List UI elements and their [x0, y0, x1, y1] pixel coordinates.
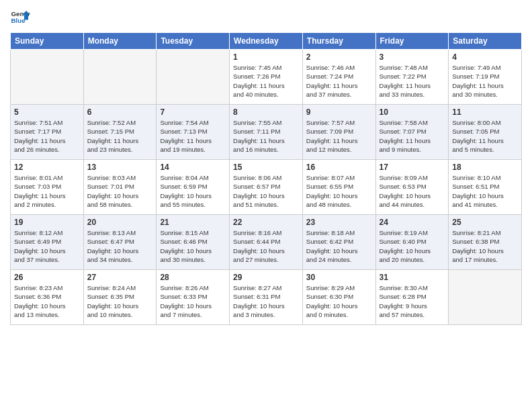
- day-number: 1: [233, 52, 299, 62]
- day-info: Sunrise: 8:21 AM Sunset: 6:38 PM Dayligh…: [452, 228, 518, 264]
- calendar-cell: 14Sunrise: 8:04 AM Sunset: 6:59 PM Dayli…: [157, 160, 230, 215]
- calendar-cell: 2Sunrise: 7:46 AM Sunset: 7:24 PM Daylig…: [302, 50, 375, 105]
- calendar-header-row: Sunday Monday Tuesday Wednesday Thursday…: [11, 33, 522, 50]
- day-number: 16: [306, 163, 372, 172]
- day-info: Sunrise: 8:09 AM Sunset: 6:53 PM Dayligh…: [380, 173, 445, 209]
- svg-text:Blue: Blue: [11, 17, 26, 24]
- calendar-cell: 30Sunrise: 8:29 AM Sunset: 6:30 PM Dayli…: [302, 270, 375, 325]
- day-number: 26: [14, 273, 80, 282]
- day-info: Sunrise: 8:26 AM Sunset: 6:33 PM Dayligh…: [160, 283, 226, 319]
- calendar-week-row: 19Sunrise: 8:12 AM Sunset: 6:49 PM Dayli…: [11, 215, 522, 270]
- calendar-cell: 22Sunrise: 8:16 AM Sunset: 6:44 PM Dayli…: [230, 215, 303, 270]
- day-number: 10: [380, 107, 445, 117]
- calendar-cell: 21Sunrise: 8:15 AM Sunset: 6:46 PM Dayli…: [157, 215, 230, 270]
- calendar-cell: 13Sunrise: 8:03 AM Sunset: 7:01 PM Dayli…: [83, 160, 157, 215]
- logo-icon: General Blue: [10, 7, 30, 27]
- calendar-cell: 4Sunrise: 7:49 AM Sunset: 7:19 PM Daylig…: [449, 50, 522, 105]
- day-number: 14: [160, 163, 226, 172]
- day-info: Sunrise: 8:16 AM Sunset: 6:44 PM Dayligh…: [233, 228, 299, 264]
- col-friday: Friday: [375, 33, 449, 50]
- day-number: 21: [160, 218, 226, 227]
- calendar-week-row: 12Sunrise: 8:01 AM Sunset: 7:03 PM Dayli…: [11, 160, 522, 215]
- day-info: Sunrise: 8:18 AM Sunset: 6:42 PM Dayligh…: [306, 228, 372, 264]
- day-number: 18: [452, 163, 518, 172]
- day-info: Sunrise: 8:10 AM Sunset: 6:51 PM Dayligh…: [452, 173, 518, 209]
- day-info: Sunrise: 7:51 AM Sunset: 7:17 PM Dayligh…: [14, 118, 80, 154]
- day-number: 22: [233, 218, 299, 227]
- day-info: Sunrise: 8:04 AM Sunset: 6:59 PM Dayligh…: [160, 173, 226, 209]
- day-number: 7: [160, 107, 226, 117]
- calendar-cell: 28Sunrise: 8:26 AM Sunset: 6:33 PM Dayli…: [157, 270, 230, 325]
- day-info: Sunrise: 8:06 AM Sunset: 6:57 PM Dayligh…: [233, 173, 299, 209]
- day-number: 11: [452, 107, 518, 117]
- day-number: 29: [233, 273, 299, 282]
- day-number: 20: [87, 218, 153, 227]
- calendar-cell: 25Sunrise: 8:21 AM Sunset: 6:38 PM Dayli…: [449, 215, 522, 270]
- col-saturday: Saturday: [449, 33, 522, 50]
- day-number: 13: [87, 163, 153, 172]
- calendar-week-row: 1Sunrise: 7:45 AM Sunset: 7:26 PM Daylig…: [11, 50, 522, 105]
- calendar-cell: [83, 50, 157, 105]
- calendar-week-row: 26Sunrise: 8:23 AM Sunset: 6:36 PM Dayli…: [11, 270, 522, 325]
- day-info: Sunrise: 8:01 AM Sunset: 7:03 PM Dayligh…: [14, 173, 80, 209]
- day-info: Sunrise: 7:54 AM Sunset: 7:13 PM Dayligh…: [160, 118, 226, 154]
- day-number: 24: [380, 218, 445, 227]
- day-info: Sunrise: 8:30 AM Sunset: 6:28 PM Dayligh…: [380, 283, 445, 319]
- day-number: 23: [306, 218, 372, 227]
- day-number: 19: [14, 218, 80, 227]
- col-sunday: Sunday: [11, 33, 84, 50]
- calendar-cell: 9Sunrise: 7:57 AM Sunset: 7:09 PM Daylig…: [302, 105, 375, 160]
- calendar-cell: 12Sunrise: 8:01 AM Sunset: 7:03 PM Dayli…: [11, 160, 84, 215]
- calendar-cell: 10Sunrise: 7:58 AM Sunset: 7:07 PM Dayli…: [375, 105, 449, 160]
- calendar-cell: 1Sunrise: 7:45 AM Sunset: 7:26 PM Daylig…: [230, 50, 303, 105]
- day-info: Sunrise: 7:55 AM Sunset: 7:11 PM Dayligh…: [233, 118, 299, 154]
- logo: General Blue: [10, 7, 30, 27]
- calendar-cell: 20Sunrise: 8:13 AM Sunset: 6:47 PM Dayli…: [83, 215, 157, 270]
- calendar-cell: 3Sunrise: 7:48 AM Sunset: 7:22 PM Daylig…: [375, 50, 449, 105]
- calendar-week-row: 5Sunrise: 7:51 AM Sunset: 7:17 PM Daylig…: [11, 105, 522, 160]
- calendar-cell: 16Sunrise: 8:07 AM Sunset: 6:55 PM Dayli…: [302, 160, 375, 215]
- day-number: 27: [87, 273, 153, 282]
- day-info: Sunrise: 8:00 AM Sunset: 7:05 PM Dayligh…: [452, 118, 518, 154]
- calendar-cell: [11, 50, 84, 105]
- day-info: Sunrise: 7:45 AM Sunset: 7:26 PM Dayligh…: [233, 63, 299, 99]
- day-info: Sunrise: 7:57 AM Sunset: 7:09 PM Dayligh…: [306, 118, 372, 154]
- col-thursday: Thursday: [302, 33, 375, 50]
- day-info: Sunrise: 8:07 AM Sunset: 6:55 PM Dayligh…: [306, 173, 372, 209]
- col-wednesday: Wednesday: [230, 33, 303, 50]
- calendar-cell: 7Sunrise: 7:54 AM Sunset: 7:13 PM Daylig…: [157, 105, 230, 160]
- day-info: Sunrise: 8:27 AM Sunset: 6:31 PM Dayligh…: [233, 283, 299, 319]
- calendar-cell: 26Sunrise: 8:23 AM Sunset: 6:36 PM Dayli…: [11, 270, 84, 325]
- calendar-cell: 15Sunrise: 8:06 AM Sunset: 6:57 PM Dayli…: [230, 160, 303, 215]
- day-info: Sunrise: 7:46 AM Sunset: 7:24 PM Dayligh…: [306, 63, 372, 99]
- calendar-cell: 27Sunrise: 8:24 AM Sunset: 6:35 PM Dayli…: [83, 270, 157, 325]
- day-number: 5: [14, 107, 80, 117]
- day-number: 4: [452, 52, 518, 62]
- day-info: Sunrise: 7:49 AM Sunset: 7:19 PM Dayligh…: [452, 63, 518, 99]
- calendar-cell: 11Sunrise: 8:00 AM Sunset: 7:05 PM Dayli…: [449, 105, 522, 160]
- day-info: Sunrise: 8:03 AM Sunset: 7:01 PM Dayligh…: [87, 173, 153, 209]
- calendar-cell: 8Sunrise: 7:55 AM Sunset: 7:11 PM Daylig…: [230, 105, 303, 160]
- col-tuesday: Tuesday: [157, 33, 230, 50]
- day-info: Sunrise: 8:15 AM Sunset: 6:46 PM Dayligh…: [160, 228, 226, 264]
- day-info: Sunrise: 8:23 AM Sunset: 6:36 PM Dayligh…: [14, 283, 80, 319]
- calendar-cell: 23Sunrise: 8:18 AM Sunset: 6:42 PM Dayli…: [302, 215, 375, 270]
- calendar-cell: 19Sunrise: 8:12 AM Sunset: 6:49 PM Dayli…: [11, 215, 84, 270]
- day-number: 3: [380, 52, 445, 62]
- day-info: Sunrise: 7:52 AM Sunset: 7:15 PM Dayligh…: [87, 118, 153, 154]
- col-monday: Monday: [83, 33, 157, 50]
- calendar-table: Sunday Monday Tuesday Wednesday Thursday…: [10, 32, 522, 325]
- calendar-cell: 29Sunrise: 8:27 AM Sunset: 6:31 PM Dayli…: [230, 270, 303, 325]
- calendar-cell: 6Sunrise: 7:52 AM Sunset: 7:15 PM Daylig…: [83, 105, 157, 160]
- page-header: General Blue: [10, 7, 522, 27]
- day-info: Sunrise: 8:29 AM Sunset: 6:30 PM Dayligh…: [306, 283, 372, 319]
- day-number: 12: [14, 163, 80, 172]
- day-number: 25: [452, 218, 518, 227]
- calendar-cell: 31Sunrise: 8:30 AM Sunset: 6:28 PM Dayli…: [375, 270, 449, 325]
- day-number: 28: [160, 273, 226, 282]
- day-number: 6: [87, 107, 153, 117]
- calendar-cell: 17Sunrise: 8:09 AM Sunset: 6:53 PM Dayli…: [375, 160, 449, 215]
- day-info: Sunrise: 7:58 AM Sunset: 7:07 PM Dayligh…: [380, 118, 445, 154]
- day-info: Sunrise: 8:24 AM Sunset: 6:35 PM Dayligh…: [87, 283, 153, 319]
- calendar-cell: [157, 50, 230, 105]
